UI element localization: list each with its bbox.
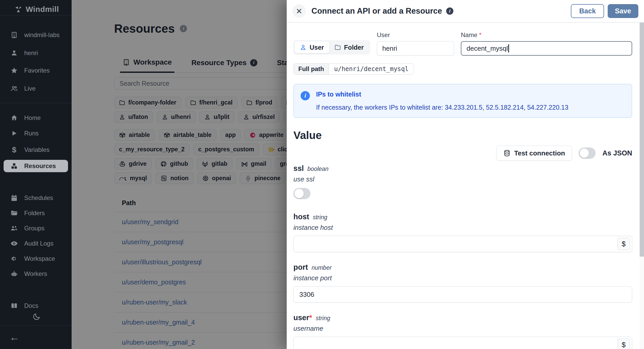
user-field: User henri: [377, 31, 454, 56]
drawer-scrollbar[interactable]: [640, 23, 644, 349]
field-ssl: ssl boolean use ssl: [293, 164, 632, 199]
sidebar-item-workspace-switcher[interactable]: windmill-labs: [10, 29, 60, 41]
windmill-logo-icon: [14, 5, 22, 13]
sidebar-item-label: Folders: [24, 210, 45, 217]
collapse-sidebar-arrow-icon[interactable]: ←: [9, 331, 20, 343]
test-connection-button[interactable]: Test connection: [496, 146, 572, 161]
app-logo[interactable]: Windmill: [14, 3, 59, 15]
robot-icon: [10, 270, 18, 278]
field-type: number: [311, 264, 332, 271]
sidebar-item-resources[interactable]: Resources: [10, 160, 56, 172]
sidebar-item-label: Workspace: [24, 255, 55, 262]
eye-icon: [10, 240, 18, 247]
drawer-actions: Back Save: [571, 4, 638, 18]
gear-icon: [10, 255, 18, 263]
field-description: username: [293, 325, 632, 333]
owner-kind-user[interactable]: User: [295, 41, 329, 53]
field-description: instance host: [293, 224, 632, 232]
sidebar-item-label: Resources: [24, 162, 56, 170]
field-type: string: [316, 315, 330, 322]
sidebar-item-label: Variables: [24, 146, 49, 153]
sidebar-item-workspace-settings[interactable]: Workspace: [10, 252, 55, 265]
value-heading: Value: [293, 129, 632, 142]
ssl-toggle[interactable]: [293, 188, 310, 199]
sidebar-item-folders[interactable]: Folders: [10, 207, 45, 219]
calendar-icon: [10, 194, 18, 202]
name-field: Name * decent_mysql: [461, 31, 632, 56]
back-button[interactable]: Back: [571, 4, 604, 18]
sidebar-item-live[interactable]: Live: [10, 82, 36, 95]
add-resource-drawer: ✕ Connect an API or add a Resource i Bac…: [287, 0, 644, 349]
as-json-label: As JSON: [602, 149, 632, 157]
sidebar-divider: [0, 15, 72, 15]
user-input[interactable]: henri: [377, 41, 454, 56]
port-input[interactable]: [293, 286, 632, 303]
drawer-body: User Folder User henri Name * decent_mys…: [287, 23, 644, 349]
name-field-label: Name *: [461, 31, 632, 39]
sidebar-item-audit-logs[interactable]: Audit Logs: [10, 237, 53, 250]
drawer-scrollbar-thumb[interactable]: [640, 23, 644, 257]
sidebar-item-user[interactable]: henri: [10, 47, 38, 59]
sidebar-item-docs[interactable]: Docs: [10, 300, 38, 312]
text-cursor: [508, 44, 509, 53]
field-name: user* string: [293, 313, 632, 322]
save-button[interactable]: Save: [608, 4, 638, 18]
insert-variable-dollar-button[interactable]: $: [617, 238, 630, 250]
book-icon: [10, 302, 18, 310]
port-input-wrap: [293, 286, 632, 303]
sidebar-item-label: Favorites: [24, 67, 50, 74]
sidebar-item-label: Home: [24, 114, 41, 121]
close-icon[interactable]: ✕: [292, 4, 306, 18]
toggle-knob: [294, 189, 304, 198]
app-logo-label: Windmill: [26, 5, 59, 14]
ip-whitelist-body: If necessary, the workers IPs to whiteli…: [316, 104, 568, 111]
cubes-icon: [10, 162, 18, 170]
sidebar-item-label: Live: [24, 85, 36, 92]
sidebar-item-label: windmill-labs: [24, 31, 60, 39]
owner-kind-folder[interactable]: Folder: [329, 41, 369, 53]
required-asterisk: *: [309, 313, 312, 322]
username-input[interactable]: [293, 337, 632, 349]
full-path-label: Full path: [294, 64, 329, 74]
sidebar-item-label: Schedules: [24, 194, 53, 202]
sidebar-item-variables[interactable]: $ Variables: [10, 144, 49, 156]
sidebar-item-groups[interactable]: Groups: [10, 222, 45, 234]
sidebar: Windmill windmill-labs henri Favorites L…: [0, 0, 72, 349]
play-icon: [10, 129, 18, 137]
sidebar-item-schedules[interactable]: Schedules: [10, 192, 53, 204]
users-icon: [10, 85, 18, 92]
modal-backdrop[interactable]: [72, 0, 287, 349]
owner-kind-toggle: User Folder: [293, 40, 370, 55]
sidebar-item-label: Runs: [24, 130, 39, 137]
database-icon: [503, 150, 511, 157]
host-input-wrap: $: [293, 236, 632, 252]
drawer-title: Connect an API or add a Resource i: [311, 6, 453, 16]
owner-name-row: User Folder User henri Name * decent_mys…: [293, 31, 632, 56]
toggle-knob: [580, 149, 589, 158]
as-json-toggle[interactable]: [579, 147, 596, 159]
group-icon: [10, 224, 18, 232]
dark-mode-toggle[interactable]: [31, 311, 42, 322]
sidebar-item-workers[interactable]: Workers: [10, 268, 47, 280]
folder-icon: [334, 44, 341, 51]
field-user: user* string username $ Required: [293, 313, 632, 349]
drawer-header: ✕ Connect an API or add a Resource i Bac…: [287, 0, 644, 23]
insert-variable-dollar-button[interactable]: $: [617, 339, 630, 349]
sidebar-divider: [0, 103, 72, 103]
user-input-wrap: $: [293, 337, 632, 349]
sidebar-item-runs[interactable]: Runs: [10, 127, 39, 139]
field-description: instance port: [293, 274, 632, 282]
field-name: host string: [293, 213, 632, 221]
sidebar-item-home[interactable]: Home: [10, 112, 41, 124]
sidebar-item-label: henri: [24, 49, 38, 57]
dollar-icon: $: [10, 146, 18, 154]
user-field-label: User: [377, 31, 454, 39]
name-input[interactable]: decent_mysql: [461, 41, 632, 56]
sidebar-item-favorites[interactable]: Favorites: [10, 64, 50, 77]
full-path-value: u/henri/decent_mysql: [329, 64, 414, 74]
folder-icon: [10, 209, 18, 217]
sidebar-item-label: Audit Logs: [24, 240, 53, 247]
field-type: boolean: [307, 165, 328, 172]
drawer-info-icon[interactable]: i: [446, 7, 453, 15]
host-input[interactable]: [293, 236, 632, 252]
